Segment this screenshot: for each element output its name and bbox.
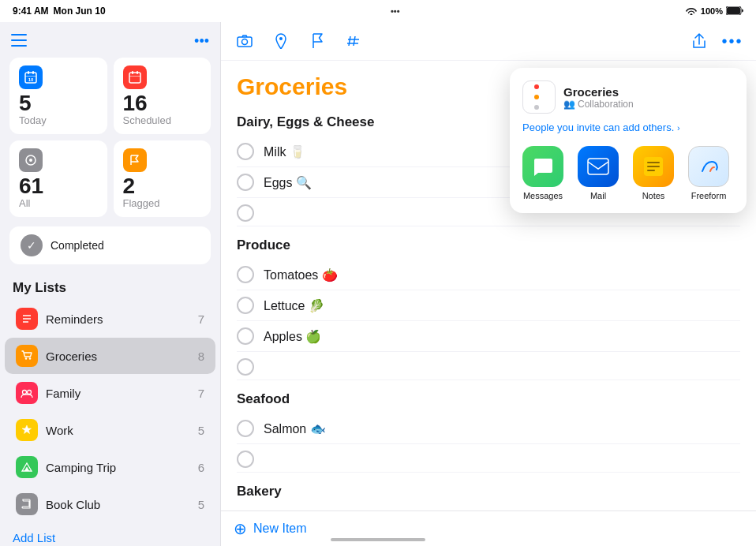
svg-point-21	[23, 391, 27, 395]
collab-sub: 👥 Collaboration	[563, 99, 634, 110]
checkbox-tomatoes[interactable]	[237, 266, 254, 283]
item-salmon-label: Salmon 🐟	[264, 421, 326, 436]
completed-row[interactable]: ✓ Completed	[9, 226, 211, 264]
checkbox-eggs[interactable]	[237, 174, 254, 191]
groceries-name: Groceries	[46, 350, 198, 363]
svg-rect-1	[727, 7, 740, 14]
battery-label: 100%	[701, 6, 723, 16]
sidebar-item-work[interactable]: Work 5	[5, 412, 215, 448]
item-lettuce-label: Lettuce 🥬	[264, 298, 324, 313]
location-icon[interactable]	[270, 30, 292, 52]
scheduled-label: Scheduled	[123, 114, 202, 126]
main-content: ••• Groceries Dairy, Eggs & Cheese Milk …	[221, 22, 756, 546]
sidebar-item-groceries[interactable]: Groceries 8	[5, 338, 215, 374]
sidebar-item-family[interactable]: Family 7	[5, 375, 215, 411]
freeform-label: Freeform	[691, 191, 727, 200]
item-milk-label: Milk 🥛	[264, 144, 305, 159]
family-icon	[16, 382, 38, 404]
all-label: All	[19, 197, 98, 209]
svg-rect-7	[32, 71, 34, 74]
item-lettuce[interactable]: Lettuce 🥬	[237, 290, 740, 321]
collab-app-notes[interactable]: Notes	[633, 146, 674, 200]
scheduled-icon	[123, 65, 147, 89]
svg-rect-10	[129, 73, 140, 83]
svg-point-24	[242, 39, 248, 45]
svg-text:10: 10	[28, 77, 34, 82]
item-tomatoes[interactable]: Tomatoes 🍅	[237, 260, 740, 290]
battery-icon	[726, 6, 743, 17]
collab-apps: Messages Mail Notes	[522, 146, 734, 200]
checkbox-milk[interactable]	[237, 143, 254, 160]
collab-app-mail[interactable]: Mail	[578, 146, 619, 200]
mail-label: Mail	[590, 191, 606, 200]
share-icon[interactable]	[688, 30, 710, 52]
collab-header: Groceries 👥 Collaboration	[522, 80, 734, 114]
camping-count: 6	[198, 461, 204, 474]
section-seafood: Seafood	[237, 391, 740, 407]
hashtag-icon[interactable]	[342, 30, 365, 52]
flagged-icon	[123, 148, 147, 172]
more-options-icon[interactable]: •••	[721, 30, 743, 52]
checkbox-empty-dairy[interactable]	[237, 204, 254, 222]
smart-list-today[interactable]: 10 5 Today	[9, 58, 107, 134]
camping-name: Camping Trip	[46, 461, 198, 474]
collab-app-freeform[interactable]: Freeform	[688, 146, 729, 200]
add-icon: ⊕	[234, 519, 247, 538]
sidebar-collapse-icon[interactable]	[11, 34, 27, 50]
time: 9:41 AM	[13, 6, 49, 17]
bookclub-name: Book Club	[46, 498, 198, 511]
flagged-label: Flagged	[123, 197, 202, 209]
scheduled-count: 16	[123, 92, 202, 114]
work-icon	[16, 419, 38, 441]
all-count: 61	[19, 175, 98, 197]
bookclub-icon	[16, 493, 38, 515]
checkbox-empty-produce[interactable]	[237, 358, 254, 376]
collab-list-icon	[522, 80, 556, 114]
chevron-right-icon: ›	[677, 123, 680, 133]
sidebar-top-bar: •••	[0, 28, 220, 58]
messages-label: Messages	[523, 191, 563, 200]
flag-icon[interactable]	[306, 30, 328, 52]
dot-gray	[534, 105, 539, 110]
app-container: ••• 10 5 Today 16 Schedule	[0, 22, 756, 546]
sidebar-item-reminders[interactable]: Reminders 7	[5, 301, 215, 337]
work-count: 5	[198, 424, 204, 437]
smart-list-scheduled[interactable]: 16 Scheduled	[114, 58, 211, 134]
item-tomatoes-label: Tomatoes 🍅	[264, 267, 338, 282]
sidebar-item-bookclub[interactable]: Book Club 5	[5, 486, 215, 522]
status-bar-right: 100%	[685, 6, 743, 17]
reminders-name: Reminders	[46, 312, 198, 326]
sidebar-more-icon[interactable]: •••	[194, 33, 209, 50]
add-list-button[interactable]: Add List	[0, 523, 220, 546]
item-apples[interactable]: Apples 🍏	[237, 321, 740, 352]
mail-app-icon	[578, 146, 619, 187]
svg-point-22	[28, 391, 32, 395]
status-bar: 9:41 AM Mon Jun 10 ••• 100%	[0, 0, 756, 22]
sidebar-item-camping[interactable]: Camping Trip 6	[5, 449, 215, 485]
svg-line-27	[354, 36, 355, 46]
date: Mon Jun 10	[54, 6, 106, 17]
section-produce: Produce	[237, 237, 740, 253]
checkbox-lettuce[interactable]	[237, 297, 254, 314]
smart-lists: 10 5 Today 16 Scheduled	[0, 58, 220, 226]
smart-list-flagged[interactable]: 2 Flagged	[114, 140, 211, 217]
camera-icon[interactable]	[234, 30, 256, 52]
collab-people-icon: 👥	[563, 99, 575, 110]
collab-app-messages[interactable]: Messages	[522, 146, 563, 200]
item-salmon[interactable]: Salmon 🐟	[237, 413, 740, 444]
checkbox-empty-seafood[interactable]	[237, 451, 254, 468]
add-list-label: Add List	[13, 531, 55, 544]
checkbox-apples[interactable]	[237, 327, 254, 345]
smart-list-all[interactable]: 61 All	[9, 140, 107, 217]
collab-invite-text[interactable]: People you invite can add others. ›	[522, 122, 734, 133]
groceries-icon	[16, 345, 38, 367]
svg-rect-11	[132, 71, 133, 74]
notes-app-icon	[633, 146, 674, 187]
checkbox-salmon[interactable]	[237, 420, 254, 437]
collab-subtitle: Collaboration	[578, 99, 634, 110]
groceries-count: 8	[198, 350, 204, 363]
svg-rect-4	[11, 45, 27, 47]
item-empty-seafood	[237, 444, 740, 473]
new-item-bar[interactable]: ⊕ New Item	[221, 510, 756, 546]
svg-rect-12	[137, 71, 138, 74]
